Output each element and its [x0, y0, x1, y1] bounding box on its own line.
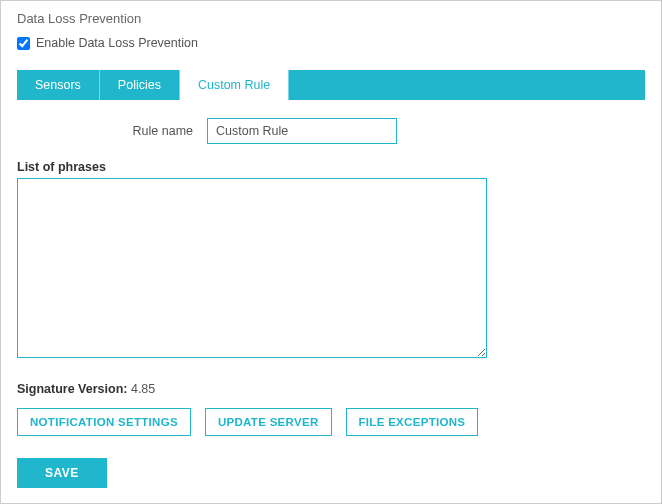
- dlp-panel: Data Loss Prevention Enable Data Loss Pr…: [0, 0, 662, 504]
- page-title: Data Loss Prevention: [17, 11, 645, 26]
- enable-row: Enable Data Loss Prevention: [17, 36, 645, 50]
- signature-row: Signature Version: 4.85: [17, 382, 645, 396]
- rule-name-input[interactable]: [207, 118, 397, 144]
- tab-filler: [289, 70, 645, 100]
- file-exceptions-button[interactable]: FILE EXCEPTIONS: [346, 408, 479, 436]
- tab-sensors[interactable]: Sensors: [17, 70, 100, 100]
- rule-name-label: Rule name: [87, 124, 207, 138]
- signature-label: Signature Version:: [17, 382, 127, 396]
- update-server-button[interactable]: UPDATE SERVER: [205, 408, 332, 436]
- rule-name-row: Rule name: [87, 118, 645, 144]
- notification-settings-button[interactable]: NOTIFICATION SETTINGS: [17, 408, 191, 436]
- save-button[interactable]: SAVE: [17, 458, 107, 488]
- phrases-textarea[interactable]: [17, 178, 487, 358]
- tab-policies[interactable]: Policies: [100, 70, 180, 100]
- signature-value: 4.85: [131, 382, 155, 396]
- tab-bar: Sensors Policies Custom Rule: [17, 70, 645, 100]
- tab-custom-rule[interactable]: Custom Rule: [180, 70, 289, 100]
- secondary-buttons-row: NOTIFICATION SETTINGS UPDATE SERVER FILE…: [17, 408, 645, 436]
- enable-dlp-checkbox[interactable]: [17, 37, 30, 50]
- phrases-label: List of phrases: [17, 160, 645, 174]
- enable-dlp-label: Enable Data Loss Prevention: [36, 36, 198, 50]
